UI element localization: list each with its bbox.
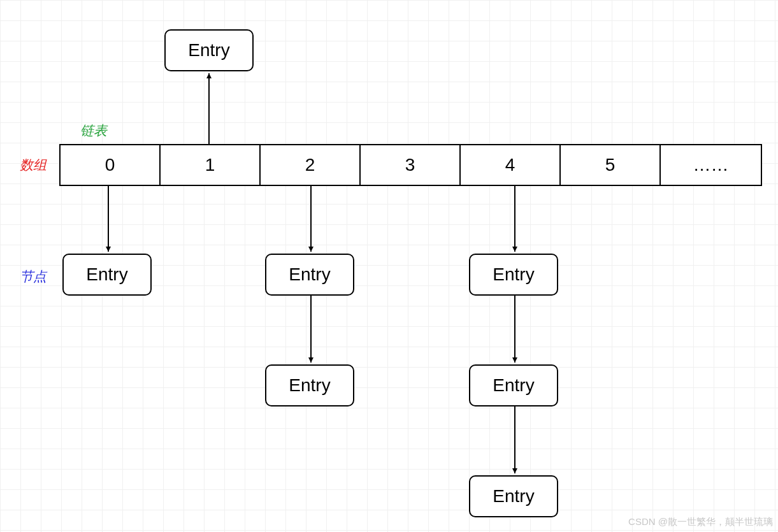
array-cell-more: …… xyxy=(661,145,761,185)
entry-c2-r0: Entry xyxy=(265,254,354,296)
array-cell-5: 5 xyxy=(561,145,661,185)
array-label: 数组 xyxy=(20,156,47,174)
entry-c2-r1: Entry xyxy=(265,364,354,406)
entry-c4-r2: Entry xyxy=(469,475,558,517)
node-label: 节点 xyxy=(20,268,47,285)
linked-list-label: 链表 xyxy=(80,122,107,140)
array-cell-0: 0 xyxy=(61,145,161,185)
watermark: CSDN @散一世繁华，颠半世琉璃 xyxy=(628,516,773,528)
array-cell-1: 1 xyxy=(161,145,261,185)
array-cell-2: 2 xyxy=(261,145,361,185)
entry-c4-r1: Entry xyxy=(469,364,558,406)
array-row: 0 1 2 3 4 5 …… xyxy=(59,144,762,186)
entry-c0-r0: Entry xyxy=(62,254,152,296)
entry-top: Entry xyxy=(164,29,254,71)
array-cell-4: 4 xyxy=(461,145,561,185)
array-cell-3: 3 xyxy=(361,145,461,185)
entry-c4-r0: Entry xyxy=(469,254,558,296)
